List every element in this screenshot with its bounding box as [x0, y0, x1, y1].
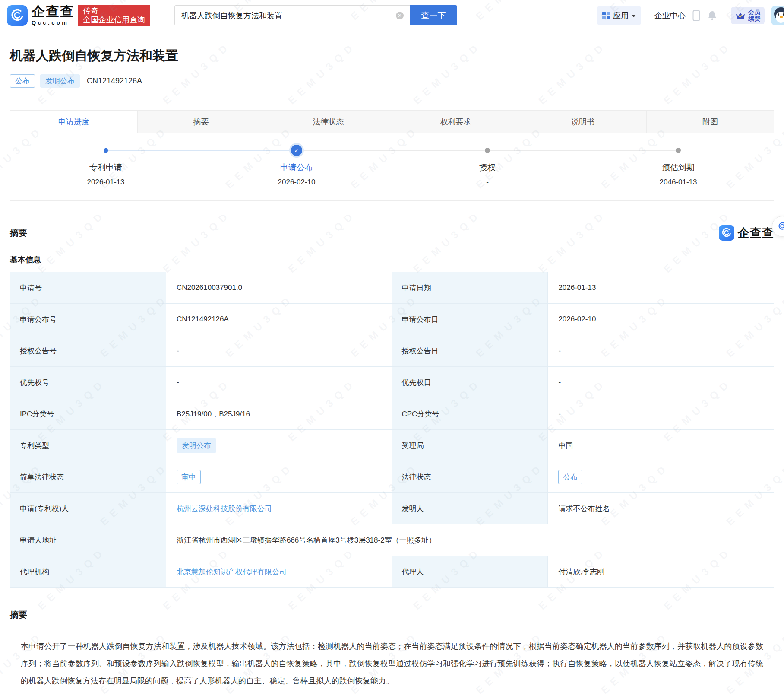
cell: CN202610037901.0 [166, 272, 392, 304]
cell: 北京慧加伦知识产权代理有限公司 [166, 556, 392, 588]
cell: 发明公布 [166, 430, 392, 461]
cell: - [548, 367, 774, 398]
timeline-date: - [486, 178, 489, 187]
member-line1: 会员 [748, 9, 760, 16]
cell-link[interactable]: 杭州云深处科技股份有限公司 [177, 505, 272, 513]
cell-label: IPC分类号 [10, 398, 166, 430]
apps-grid-icon [602, 12, 610, 19]
member-renew-button[interactable]: 会员 续费 [731, 7, 765, 24]
tab[interactable]: 摘要 [137, 111, 265, 133]
basic-info-heading: 基本信息 [10, 254, 774, 265]
cell-value: 中国 [558, 442, 573, 450]
member-line2: 续费 [748, 16, 760, 22]
cell-label: 申请人地址 [10, 524, 166, 556]
cell: CN121492126A [166, 304, 392, 335]
cell-label: 授权公告日 [392, 335, 548, 367]
cell-value: CN121492126A [177, 315, 229, 323]
cell: 公布 [548, 461, 774, 493]
nav-enterprise-center[interactable]: 企业中心 [654, 10, 686, 21]
cell: 杭州云深处科技股份有限公司 [166, 493, 392, 524]
cell-value: 浙江省杭州市西湖区三墩镇振华路666号名栖首座3号楼3层318-2室（一照多址） [177, 536, 436, 544]
timeline-node: 预估到期2046-01-13 [583, 145, 774, 187]
divider [648, 10, 648, 21]
summary-section-heading: 摘要 [10, 227, 27, 239]
cell: 请求不公布姓名 [548, 493, 774, 524]
apps-menu[interactable]: 应用 [597, 6, 641, 25]
timeline-label: 预估到期 [662, 162, 695, 173]
status-badge: 公布 [10, 74, 35, 88]
cell-label: CPC分类号 [392, 398, 548, 430]
basic-info-table: 申请号CN202610037901.0申请日期2026-01-13申请公布号CN… [10, 272, 774, 588]
logo-title: 企查查 [32, 5, 74, 18]
cell: - [548, 398, 774, 430]
cell-label: 发明人 [392, 493, 548, 524]
cell-label: 申请日期 [392, 272, 548, 304]
tab[interactable]: 法律状态 [265, 111, 392, 133]
timeline-dot [104, 148, 108, 153]
table-row: 申请号CN202610037901.0申请日期2026-01-13 [10, 272, 774, 304]
abstract-heading: 摘要 [10, 609, 774, 621]
cell-label: 优先权日 [392, 367, 548, 398]
search-bar: ✕ 查一下 [174, 5, 457, 25]
cell: 2026-01-13 [548, 272, 774, 304]
cell-label: 申请公布日 [392, 304, 548, 335]
tab[interactable]: 说明书 [519, 111, 646, 133]
cell-value: 请求不公布姓名 [558, 505, 610, 513]
table-row: 优先权号-优先权日- [10, 367, 774, 398]
cell: - [166, 367, 392, 398]
mobile-app-icon[interactable] [692, 10, 701, 22]
promo-badge[interactable]: 传奇 全国企业信用查询 [78, 5, 150, 26]
cell-label: 优先权号 [10, 367, 166, 398]
page-title: 机器人跌倒自恢复方法和装置 [10, 47, 774, 65]
table-row: 授权公告号-授权公告日- [10, 335, 774, 367]
table-row: 代理机构北京慧加伦知识产权代理有限公司代理人付清欣,李志刚 [10, 556, 774, 588]
tab-bar: 申请进度摘要法律状态权利要求说明书附图 [10, 111, 774, 133]
clear-icon[interactable]: ✕ [396, 12, 404, 19]
promo-line1: 传奇 [83, 6, 145, 16]
timeline-label: 申请公布 [280, 162, 313, 173]
tab[interactable]: 附图 [646, 111, 774, 133]
check-circle-icon: ✓ [291, 145, 302, 156]
cell-value: B25J19/00；B25J9/16 [177, 410, 250, 418]
tab[interactable]: 申请进度 [10, 111, 137, 133]
cell-label: 申请号 [10, 272, 166, 304]
cell-link[interactable]: 北京慧加伦知识产权代理有限公司 [177, 568, 287, 576]
cell: 2026-02-10 [548, 304, 774, 335]
cell: 中国 [548, 430, 774, 461]
table-row: 专利类型发明公布受理局中国 [10, 430, 774, 461]
patent-type-badge: 发明公布 [40, 74, 80, 88]
cell-value: - [558, 378, 561, 386]
cell-label: 代理机构 [10, 556, 166, 588]
tab[interactable]: 权利要求 [392, 111, 519, 133]
cell-label: 申请公布号 [10, 304, 166, 335]
qcc-logo[interactable]: 企查查 Qcc.com [7, 5, 74, 26]
cell: - [166, 335, 392, 367]
crown-icon [735, 11, 746, 20]
cell: - [548, 335, 774, 367]
abstract-text: 本申请公开了一种机器人跌倒自恢复方法和装置，涉及机器人技术领域。该方法包括：检测… [21, 638, 763, 689]
timeline-date: 2026-01-13 [87, 178, 125, 187]
search-button[interactable]: 查一下 [410, 5, 457, 25]
qcc-brand-icon [719, 225, 734, 241]
cell: B25J19/00；B25J9/16 [166, 398, 392, 430]
user-avatar[interactable] [771, 6, 784, 25]
timeline-node: 专利申请2026-01-13 [10, 145, 201, 187]
cell-label: 法律状态 [392, 461, 548, 493]
timeline-dot [485, 148, 490, 153]
abstract-box: 本申请公开了一种机器人跌倒自恢复方法和装置，涉及机器人技术领域。该方法包括：检测… [10, 629, 774, 699]
cell-label: 专利类型 [10, 430, 166, 461]
timeline-dot [676, 148, 681, 153]
cell-label: 代理人 [392, 556, 548, 588]
notification-bell-icon[interactable] [707, 10, 718, 21]
cell: 浙江省杭州市西湖区三墩镇振华路666号名栖首座3号楼3层318-2室（一照多址） [166, 524, 774, 556]
floating-widget-icon [776, 220, 784, 233]
cell-tag: 审中 [177, 470, 201, 484]
cell-value: - [177, 378, 179, 386]
cell-value: 2026-01-13 [558, 283, 596, 292]
table-row: 简单法律状态审中法律状态公布 [10, 461, 774, 493]
timeline-label: 授权 [479, 162, 496, 173]
promo-line2: 全国企业信用查询 [83, 16, 145, 25]
search-input[interactable] [174, 5, 410, 25]
cell-label: 授权公告号 [10, 335, 166, 367]
cell-value: - [558, 346, 561, 355]
